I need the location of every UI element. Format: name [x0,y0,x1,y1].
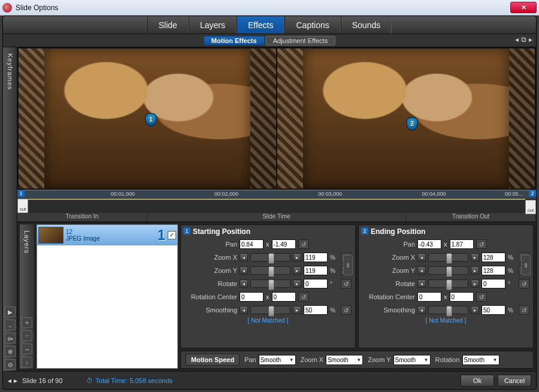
zoom-link-icon[interactable]: ⇕ [521,255,531,275]
slide-time-label: Slide Time [147,213,407,221]
starting-position-panel: 1 Starting Position Pan x ↺ Zoom X ◂ [180,224,356,348]
tab-layers[interactable]: Layers [189,16,237,34]
zoomx-dec-icon[interactable]: ◂ [240,253,248,262]
total-time-label: Total Time: [95,377,127,384]
start-zoomx-input[interactable] [304,253,328,262]
zoom-link-icon[interactable]: ⇕ [343,255,353,275]
cut-out-button[interactable]: cut [525,200,536,214]
copy-effect-icon[interactable]: ⧉ [521,35,526,44]
tab-captions[interactable]: Captions [284,16,340,34]
layer-type: JPEG Image [66,235,100,242]
start-not-matched-link[interactable]: [ Not Matched ] [184,317,352,324]
ruler-end-keyframe[interactable]: 2 [529,190,536,197]
layers-sidebar: Layers ＋ － ↔ ↓ [20,224,34,369]
prev-slide-icon[interactable]: ◂ [8,376,11,385]
start-rc-x-input[interactable] [240,292,264,302]
play-icon[interactable]: ▶ [5,306,16,317]
transition-in-label: Transition In [17,213,147,221]
clock-icon: ⏱ [86,377,93,384]
motion-speed-heading: Motion Speed [186,354,240,366]
end-rotate-input[interactable] [482,279,505,288]
layer-thumbnail [38,227,63,244]
tab-effects[interactable]: Effects [237,16,285,34]
layer-down-icon[interactable]: ↓ [22,357,32,367]
add-keyframe-icon[interactable]: ⌵ [5,320,16,330]
speed-rotation-select[interactable]: Smooth [462,355,499,365]
reset-rc-icon[interactable]: ↺ [298,292,309,302]
zoomx-inc-icon[interactable]: ▸ [293,253,301,262]
speed-zoomx-select[interactable]: Smooth [326,355,363,365]
ok-button[interactable]: Ok [461,375,494,387]
subtab-adjustment-effects[interactable]: Adjustment Effects [265,36,336,45]
timeline[interactable]: 1 00:01,000 00:02,000 00:03,000 00:04,00… [17,190,536,222]
speed-pan-select[interactable]: Smooth [259,355,296,365]
layer-row[interactable]: 12 JPEG Image 1 ✓ [37,225,177,245]
total-time-value: 5.058 seconds [129,377,172,384]
app-icon [2,3,12,13]
dialog-frame: Slide Layers Effects Captions Sounds Mot… [2,16,537,390]
ruler-start-keyframe[interactable]: 1 [17,190,25,197]
subtab-motion-effects[interactable]: Motion Effects [204,36,265,45]
reset-smooth-icon[interactable]: ↺ [341,305,352,315]
tab-sounds[interactable]: Sounds [341,16,392,34]
start-zoomy-input[interactable] [304,266,328,275]
end-pan-y-input[interactable] [450,239,474,249]
zoomy-slider[interactable] [250,266,290,275]
end-zoomy-input[interactable] [482,266,505,275]
reset-rotate-icon[interactable]: ↺ [341,279,352,288]
cancel-button[interactable]: Cancel [498,375,531,387]
start-smooth-input[interactable] [304,305,328,315]
tab-slide[interactable]: Slide [147,16,189,34]
start-badge: 1 [183,227,190,235]
close-button[interactable]: ✕ [510,2,537,13]
end-zoomx-input[interactable] [482,253,505,262]
end-badge: 2 [361,227,368,235]
end-smooth-input[interactable] [482,305,505,315]
keyframes-sidebar: Keyframes ▶ ⌵ ⌲ ⊕ ⊖ [3,47,17,371]
next-effect-icon[interactable]: ▸ [529,35,532,44]
end-pan-x-input[interactable] [417,239,441,249]
cut-in-button[interactable]: cut [17,199,28,213]
transition-out-label: Transition Out [406,213,536,221]
start-rotate-input[interactable] [304,279,328,288]
layer-name: 12 [66,229,100,235]
start-pan-x-input[interactable] [240,239,264,249]
remove-keyframe-icon[interactable]: ⌲ [5,333,16,344]
end-preview[interactable]: 2 [277,48,535,189]
end-rc-y-input[interactable] [450,292,474,302]
remove-layer-icon[interactable]: － [22,330,32,341]
start-rc-y-input[interactable] [272,292,296,302]
start-preview[interactable]: 1 [19,48,276,189]
layer-index: 1 [158,227,165,244]
time-ruler[interactable]: 1 00:01,000 00:02,000 00:03,000 00:04,00… [17,190,536,199]
next-slide-icon[interactable]: ▸ [14,376,17,385]
reset-pan-icon[interactable]: ↺ [298,239,309,249]
add-layer-icon[interactable]: ＋ [22,317,32,328]
rotate-slider[interactable] [250,279,290,288]
layers-label: Layers [23,230,31,254]
move-layer-icon[interactable]: ↔ [22,344,32,354]
keyframe-marker-2[interactable]: 2 [406,117,418,130]
smooth-slider[interactable] [250,306,290,314]
keyframes-label: Keyframes [7,53,14,90]
zoom-out-icon[interactable]: ⊖ [5,359,16,370]
ending-position-panel: 2 Ending Position Pan x ↺ Zoom X ◂▸ % [358,224,534,348]
motion-speed-panel: Motion Speed PanSmooth Zoom XSmooth Zoom… [180,351,534,369]
layer-visible-checkbox[interactable]: ✓ [168,231,176,239]
audio-waveform[interactable] [28,199,525,200]
prev-effect-icon[interactable]: ◂ [515,35,519,44]
slide-counter: Slide 16 of 90 [22,377,62,384]
keyframe-marker-1[interactable]: 1 [145,113,157,126]
end-heading: Ending Position [371,227,529,236]
main-tabs: Slide Layers Effects Captions Sounds [3,16,536,34]
end-rc-x-input[interactable] [417,292,441,302]
start-pan-y-input[interactable] [272,239,296,249]
start-heading: Starting Position [193,227,352,236]
zoom-in-icon[interactable]: ⊕ [5,346,16,357]
titlebar: Slide Options ✕ [0,0,539,16]
footer: ◂ ▸ Slide 16 of 90 ⏱ Total Time: 5.058 s… [3,371,536,389]
zoomx-slider[interactable] [250,253,290,262]
speed-zoomy-select[interactable]: Smooth [393,355,431,365]
end-not-matched-link[interactable]: [ Not Matched ] [362,317,529,324]
layers-panel: 12 JPEG Image 1 ✓ [37,224,178,369]
